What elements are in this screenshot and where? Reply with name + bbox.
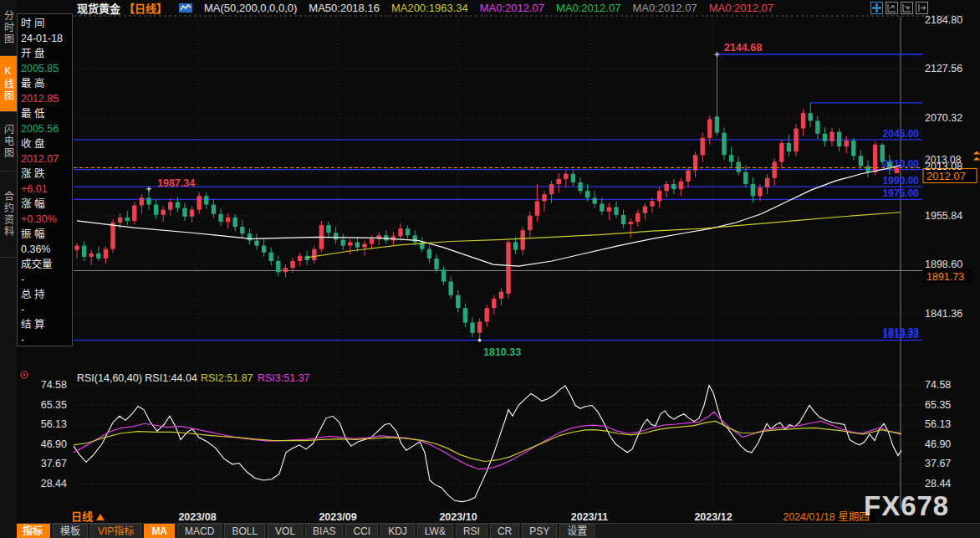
side-tab-分时图[interactable]: 分时图 [0,0,17,56]
side-tab-闪电图[interactable]: 闪电图 [0,112,17,172]
info-row-6: 涨 幅+0.30% [21,197,72,227]
rsi-tick-left: 37.67 [41,458,67,469]
info-row-5: 涨 跌+6.01 [21,167,72,197]
swing-label-1810.33: 1810.33 [483,346,521,358]
level-label-1975.00: 1975.00 [883,187,920,199]
ma-values: MA50:2018.16MA200:1963.34MA0:2012.07MA0:… [309,2,773,14]
period-selector-label: 日线 [71,510,93,523]
ma-value-5: MA0:2012.07 [709,2,773,14]
info-label: 总 持 [21,287,72,302]
price-tick: 2127.56 [925,63,962,74]
info-value: +0.30% [21,212,72,227]
pan-tool-button[interactable] [870,2,883,14]
month-label-2023/10: 2023/10 [439,511,477,523]
rsi-tick-right: 74.58 [925,379,951,391]
rsi-header-2: RSI3:51.37 [258,372,310,384]
month-label-2023/09: 2023/09 [319,511,356,523]
month-label-2023/11: 2023/11 [571,511,609,523]
info-row-2: 最 高2012.85 [21,76,72,106]
info-label: 收 盘 [21,136,72,151]
scale-right-tool-button[interactable] [901,2,913,14]
info-label: 最 低 [21,106,72,121]
toolbar-item-CCI[interactable]: CCI [345,524,378,538]
rsi-tick-right: 46.90 [925,438,951,450]
fx678-watermark: FX678 [864,490,949,522]
rsi-tick-right: 56.13 [925,418,951,430]
info-label: 结 算 [21,317,72,332]
left-tab-strip: 分时图K线图闪电图合约资料 [0,0,17,538]
info-label: 涨 幅 [21,197,72,212]
period-tag: 【日线】 [124,0,167,16]
toolbar-item-RSI[interactable]: RSI [456,524,487,538]
rsi-header-1: RSI2:51.87 [201,372,253,384]
swing-marker [478,339,482,342]
rsi-header-0: RSI(14,60,40) RSI1:44.04 [77,372,197,384]
rsi-tick-left: 46.90 [41,438,67,450]
price-tick: 2070.32 [925,112,962,124]
month-label-2023/08: 2023/08 [178,511,216,523]
kline-chart-icon [179,3,192,13]
info-row-10: 结 算- [21,317,72,347]
rsi-tick-right: 37.67 [925,458,951,469]
info-row-7: 振 幅0.36% [21,227,72,257]
side-tab-合约资料[interactable]: 合约资料 [0,172,17,258]
toolbar-item-指标[interactable]: 指标 [15,524,50,538]
info-row-9: 总 持- [21,287,72,317]
indicator-toolbar: 指标模板VIP指标MAMACDBOLLVOLBIASCCIKDJLW&RSICR… [0,523,980,538]
toolbar-item-模板[interactable]: 模板 [53,524,88,538]
info-value: 0.36% [21,242,72,257]
info-value: - [21,302,72,317]
info-label: 开 盘 [21,46,72,61]
current-date-label: 2024/01/18 星期四 [783,511,870,523]
info-row-0: 时 间24-01-18 [21,16,72,46]
kline-chart-canvas[interactable]: 2045.002010.001990.001975.001810.332013.… [17,15,980,523]
toolbar-item-VOL[interactable]: VOL [268,524,303,538]
level-label-1990.00: 1990.00 [883,175,920,187]
price-tick: 1898.60 [925,259,962,270]
price-tick: 2184.80 [925,15,962,26]
price-tick: 1955.84 [925,210,962,222]
toolbar-item-BOLL[interactable]: BOLL [224,524,265,538]
info-label: 成交量 [21,257,72,272]
scale-left-tool-button[interactable] [886,2,898,14]
candle [506,239,510,299]
info-value: 2005.56 [21,121,72,136]
rsi-tick-left: 56.13 [41,418,67,430]
rsi-tick-left: 28.44 [41,478,67,489]
gray-line-badge: 1891.73 [923,269,972,283]
chart-background [17,15,980,523]
info-value: 2012.85 [21,91,72,106]
side-tab-K线图[interactable]: K线图 [0,56,17,112]
chart-tool-buttons [870,2,928,14]
toolbar-item-KDJ[interactable]: KDJ [380,524,415,538]
toolbar-item-MA[interactable]: MA [144,524,175,538]
swing-label-1987.34: 1987.34 [157,177,195,189]
toolbar-item-PSY[interactable]: PSY [522,524,557,538]
toolbar-item-CR[interactable]: CR [490,524,519,538]
info-row-4: 收 盘2012.07 [21,136,72,167]
rsi-tick-left: 74.58 [41,379,67,391]
toolbar-item-VIP指标[interactable]: VIP指标 [90,524,141,538]
ma-value-3: MA0:2012.07 [556,2,620,14]
rsi-tick-right: 28.44 [925,478,951,489]
scale-shift-tool-button[interactable] [916,2,928,14]
toolbar-item-MACD[interactable]: MACD [177,524,222,538]
price-tick: 1841.36 [925,308,962,320]
info-value: +6.01 [21,182,72,197]
toolbar-item-LW&[interactable]: LW& [417,524,453,538]
info-label: 涨 跌 [21,167,72,182]
info-value: 2005.85 [21,61,72,76]
candle [110,219,115,253]
ma-value-1: MA200:1963.34 [391,2,468,14]
toolbar-item-设置[interactable]: 设置 [559,524,595,538]
info-value: - [21,272,72,287]
toolbar-item-BIAS[interactable]: BIAS [305,524,343,538]
price-tick: 2013.08 [925,161,962,172]
swing-label-2144.68: 2144.68 [724,42,762,54]
ma-value-2: MA0:2012.07 [480,2,544,14]
ma-value-4: MA0:2012.07 [632,2,697,14]
info-value: 24-01-18 [21,31,72,46]
quote-info-panel: 时 间24-01-18开 盘2005.85最 高2012.85最 低2005.5… [17,13,73,346]
info-row-8: 成交量- [21,257,72,287]
info-row-3: 最 低2005.56 [21,106,72,136]
